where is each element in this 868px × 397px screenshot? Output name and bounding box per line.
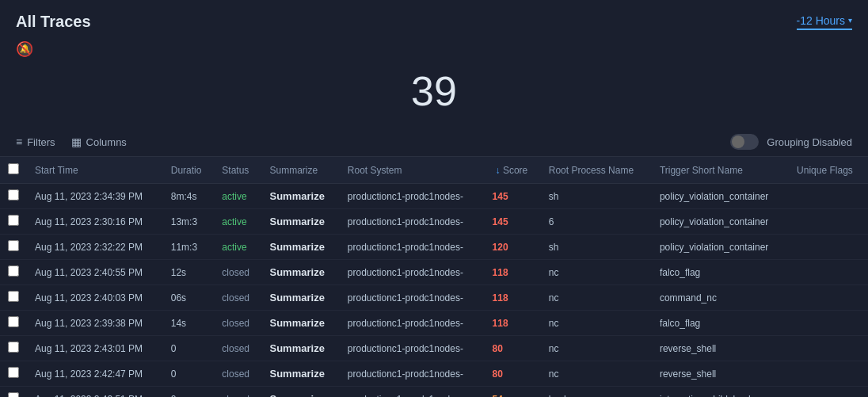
table-row[interactable]: Aug 11, 2023 2:42:51 PM 0 closed Summari… <box>0 387 868 398</box>
row-checkbox[interactable] <box>8 316 19 327</box>
th-score[interactable]: ↓ Score <box>485 157 541 184</box>
row-checkbox[interactable] <box>8 215 19 226</box>
cell-root-system: productionc1-prodc1nodes- <box>340 260 485 285</box>
toolbar-left: ≡ Filters ▦ Columns <box>16 136 127 148</box>
cell-trigger: falco_flag <box>652 260 789 285</box>
cell-start-time: Aug 11, 2023 2:30:16 PM <box>27 209 163 235</box>
row-checkbox[interactable] <box>8 189 19 200</box>
row-checkbox-cell[interactable] <box>0 209 27 235</box>
cell-summarize[interactable]: Summarize <box>262 285 340 311</box>
cell-root-process: sh <box>541 235 652 260</box>
cell-trigger: falco_flag <box>652 311 789 336</box>
table-row[interactable]: Aug 11, 2023 2:42:47 PM 0 closed Summari… <box>0 361 868 387</box>
cell-unique-flags <box>789 387 868 398</box>
th-checkbox[interactable] <box>0 157 27 184</box>
cell-start-time: Aug 11, 2023 2:32:22 PM <box>27 235 163 260</box>
cell-root-system: productionc1-prodc1nodes- <box>340 311 485 336</box>
row-checkbox[interactable] <box>8 240 19 251</box>
th-root-process[interactable]: Root Process Name <box>541 157 652 184</box>
cell-summarize[interactable]: Summarize <box>262 209 340 235</box>
cell-trigger: interactive_child_bash <box>652 387 789 398</box>
cell-status: closed <box>214 260 261 285</box>
th-duration[interactable]: Duratio <box>163 157 215 184</box>
cell-score: 145 <box>485 209 541 235</box>
cell-summarize[interactable]: Summarize <box>262 336 340 361</box>
cell-status: closed <box>214 311 261 336</box>
summarize-button[interactable]: Summarize <box>270 368 325 380</box>
summarize-button[interactable]: Summarize <box>270 190 325 202</box>
row-checkbox-cell[interactable] <box>0 361 27 387</box>
cell-start-time: Aug 11, 2023 2:40:55 PM <box>27 260 163 285</box>
bell-muted-icon[interactable]: 🔕 <box>16 41 33 57</box>
row-checkbox[interactable] <box>8 291 19 302</box>
cell-summarize[interactable]: Summarize <box>262 387 340 398</box>
cell-score: 118 <box>485 285 541 311</box>
th-start-time[interactable]: Start Time <box>27 157 163 184</box>
columns-button[interactable]: ▦ Columns <box>71 136 127 148</box>
cell-status: closed <box>214 361 261 387</box>
table-row[interactable]: Aug 11, 2023 2:39:38 PM 14s closed Summa… <box>0 311 868 336</box>
table-row[interactable]: Aug 11, 2023 2:40:55 PM 12s closed Summa… <box>0 260 868 285</box>
cell-summarize[interactable]: Summarize <box>262 184 340 209</box>
th-status[interactable]: Status <box>214 157 261 184</box>
cell-trigger: policy_violation_container <box>652 235 789 260</box>
cell-root-system: productionc1-prodc1nodes- <box>340 235 485 260</box>
table-row[interactable]: Aug 11, 2023 2:32:22 PM 11m:3 active Sum… <box>0 235 868 260</box>
row-checkbox-cell[interactable] <box>0 336 27 361</box>
toolbar: ≡ Filters ▦ Columns Grouping Disabled <box>0 128 868 157</box>
cell-unique-flags <box>789 235 868 260</box>
row-checkbox[interactable] <box>8 342 19 353</box>
time-selector[interactable]: -12 Hours ▾ <box>797 14 852 30</box>
cell-score: 80 <box>485 361 541 387</box>
row-checkbox[interactable] <box>8 392 19 397</box>
th-summarize[interactable]: Summarize <box>262 157 340 184</box>
cell-score: 54 <box>485 387 541 398</box>
filters-button[interactable]: ≡ Filters <box>16 136 55 148</box>
summarize-button[interactable]: Summarize <box>270 266 325 278</box>
table-container[interactable]: Start Time Duratio Status Summarize Root… <box>0 157 868 397</box>
grouping-label: Grouping Disabled <box>767 136 852 148</box>
row-checkbox[interactable] <box>8 265 19 277</box>
summarize-button[interactable]: Summarize <box>270 241 325 253</box>
row-checkbox-cell[interactable] <box>0 311 27 336</box>
cell-summarize[interactable]: Summarize <box>262 260 340 285</box>
cell-root-system: productionc1-prodc1nodes- <box>340 209 485 235</box>
cell-status: closed <box>214 387 261 398</box>
row-checkbox-cell[interactable] <box>0 235 27 260</box>
traces-table: Start Time Duratio Status Summarize Root… <box>0 157 868 397</box>
summarize-button[interactable]: Summarize <box>270 292 325 303</box>
row-checkbox-cell[interactable] <box>0 285 27 311</box>
cell-summarize[interactable]: Summarize <box>262 311 340 336</box>
cell-start-time: Aug 11, 2023 2:40:03 PM <box>27 285 163 311</box>
summarize-button[interactable]: Summarize <box>270 393 325 397</box>
cell-root-system: productionc1-prodc1nodes- <box>340 336 485 361</box>
cell-unique-flags <box>789 184 868 209</box>
th-unique-flags[interactable]: Unique Flags <box>789 157 868 184</box>
cell-summarize[interactable]: Summarize <box>262 235 340 260</box>
summarize-button[interactable]: Summarize <box>270 216 325 227</box>
table-row[interactable]: Aug 11, 2023 2:40:03 PM 06s closed Summa… <box>0 285 868 311</box>
th-trigger[interactable]: Trigger Short Name <box>652 157 789 184</box>
summarize-button[interactable]: Summarize <box>270 317 325 329</box>
row-checkbox[interactable] <box>8 367 19 378</box>
table-row[interactable]: Aug 11, 2023 2:43:01 PM 0 closed Summari… <box>0 336 868 361</box>
cell-score: 118 <box>485 260 541 285</box>
summarize-button[interactable]: Summarize <box>270 342 325 354</box>
row-checkbox-cell[interactable] <box>0 184 27 209</box>
cell-root-process: nc <box>541 285 652 311</box>
cell-root-process: sh <box>541 184 652 209</box>
row-checkbox-cell[interactable] <box>0 387 27 398</box>
grouping-toggle[interactable] <box>730 134 759 150</box>
cell-trigger: policy_violation_container <box>652 209 789 235</box>
cell-summarize[interactable]: Summarize <box>262 361 340 387</box>
cell-duration: 0 <box>163 336 215 361</box>
cell-root-process: nc <box>541 336 652 361</box>
count-section: 39 <box>0 61 868 128</box>
cell-trigger: policy_violation_container <box>652 184 789 209</box>
select-all-checkbox[interactable] <box>8 163 19 174</box>
th-root-system[interactable]: Root System <box>340 157 485 184</box>
table-row[interactable]: Aug 11, 2023 2:34:39 PM 8m:4s active Sum… <box>0 184 868 209</box>
table-row[interactable]: Aug 11, 2023 2:30:16 PM 13m:3 active Sum… <box>0 209 868 235</box>
cell-root-system: productionc1-prodc1nodes- <box>340 285 485 311</box>
row-checkbox-cell[interactable] <box>0 260 27 285</box>
